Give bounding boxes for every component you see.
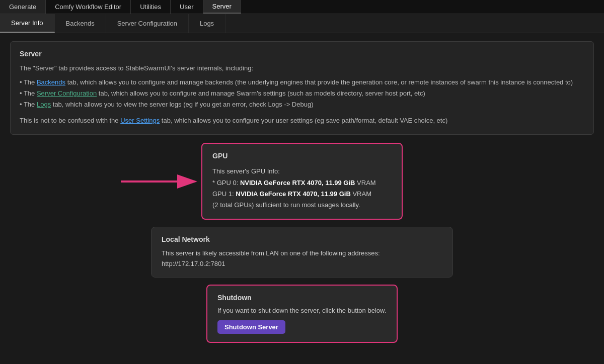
info-intro: The "Server" tab provides access to Stab…	[20, 63, 584, 74]
tab-server-info[interactable]: Server Info	[0, 14, 55, 33]
network-card-text: This server is likely accessible from LA…	[162, 248, 442, 269]
tab-backends[interactable]: Backends	[55, 14, 106, 33]
annotation-arrow	[121, 169, 201, 194]
link-logs[interactable]: Logs	[37, 101, 51, 108]
bullet-backends-suffix: tab, which allows you to configure and m…	[65, 78, 573, 86]
cards-area: GPU This server's GPU Info: * GPU 0: NVI…	[10, 143, 594, 343]
nav-server[interactable]: Server	[203, 0, 241, 14]
nav-user[interactable]: User	[171, 0, 203, 14]
bullet-backends: • The Backends tab, which allows you to …	[20, 77, 584, 88]
sub-nav: Server Info Backends Server Configuratio…	[0, 14, 604, 33]
shutdown-card-text: If you want to shut down the server, cli…	[217, 307, 387, 314]
gpu-line-1: GPU 1: NVIDIA GeForce RTX 4070, 11.99 Gi…	[212, 189, 392, 200]
gpu-line-2: (2 total GPUs) sufficient to run most us…	[212, 200, 392, 211]
footer-suffix: tab, which allows you to configure your …	[160, 117, 447, 124]
footer-prefix: This is not to be confused with the	[20, 117, 120, 124]
gpu-card-title: GPU	[212, 152, 392, 160]
link-user-settings[interactable]: User Settings	[120, 117, 160, 124]
main-content: Server The "Server" tab provides access …	[0, 33, 604, 351]
bullet-server-config-prefix: • The	[20, 89, 37, 97]
gpu-line-0: * GPU 0: NVIDIA GeForce RTX 4070, 11.99 …	[212, 177, 392, 189]
gpu-card-wrapper: GPU This server's GPU Info: * GPU 0: NVI…	[10, 143, 594, 219]
network-card-title: Local Network	[162, 235, 442, 243]
gpu-card: GPU This server's GPU Info: * GPU 0: NVI…	[201, 143, 403, 219]
bullet-server-config: • The Server Configuration tab, which al…	[20, 88, 584, 99]
bullet-backends-prefix: • The	[20, 78, 37, 86]
nav-comfy-workflow-editor[interactable]: Comfy Workflow Editor	[46, 0, 131, 14]
shutdown-card-title: Shutdown	[217, 294, 387, 302]
bullet-logs-suffix: tab, which allows you to view the server…	[51, 101, 313, 108]
tab-logs[interactable]: Logs	[189, 14, 225, 33]
tab-server-configuration[interactable]: Server Configuration	[106, 14, 189, 33]
link-backends[interactable]: Backends	[37, 78, 65, 86]
info-footer: This is not to be confused with the User…	[20, 115, 584, 126]
info-panel-title: Server	[20, 50, 584, 58]
bullet-server-config-suffix: tab, which allows you to configure and m…	[97, 89, 425, 97]
bullet-logs-prefix: • The	[20, 101, 37, 108]
nav-utilities[interactable]: Utilities	[131, 0, 171, 14]
gpu-intro: This server's GPU Info:	[212, 166, 392, 177]
server-info-panel: Server The "Server" tab provides access …	[10, 41, 594, 135]
top-nav: Generate Comfy Workflow Editor Utilities…	[0, 0, 604, 14]
shutdown-card: Shutdown If you want to shut down the se…	[206, 285, 398, 343]
link-server-config[interactable]: Server Configuration	[37, 89, 97, 97]
nav-generate[interactable]: Generate	[0, 0, 46, 14]
bullet-logs: • The Logs tab, which allows you to view…	[20, 99, 584, 110]
shutdown-server-button[interactable]: Shutdown Server	[217, 320, 285, 334]
network-card: Local Network This server is likely acce…	[151, 227, 453, 278]
